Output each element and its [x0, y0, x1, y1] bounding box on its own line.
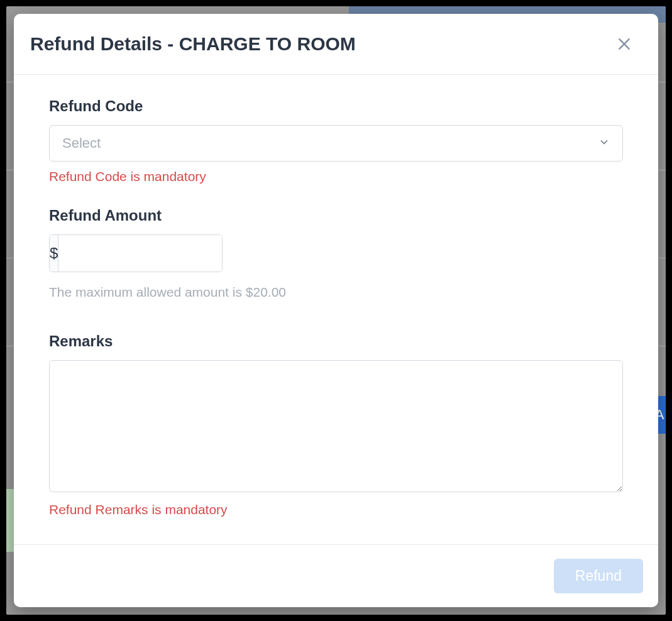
refund-amount-label: Refund Amount	[49, 207, 623, 224]
refund-code-label: Refund Code	[49, 97, 623, 115]
currency-symbol: $	[50, 235, 58, 272]
remarks-textarea[interactable]	[49, 360, 623, 492]
modal-header: Refund Details - CHARGE TO ROOM	[14, 14, 658, 75]
close-button[interactable]	[612, 31, 637, 57]
refund-details-modal: Refund Details - CHARGE TO ROOM Refund C…	[14, 14, 658, 607]
modal-title: Refund Details - CHARGE TO ROOM	[30, 33, 356, 55]
refund-button[interactable]: Refund	[554, 559, 643, 593]
remarks-label: Remarks	[49, 332, 623, 350]
refund-amount-input[interactable]	[58, 235, 223, 272]
remarks-group: Remarks Refund Remarks is mandatory	[49, 332, 623, 517]
remarks-error: Refund Remarks is mandatory	[49, 502, 623, 517]
refund-code-select-wrap: Select	[49, 125, 623, 162]
refund-code-group: Refund Code Select Refund Code is mandat…	[49, 97, 623, 184]
refund-amount-row: $	[49, 234, 223, 272]
close-icon	[616, 36, 632, 52]
refund-amount-group: Refund Amount $ The maximum allowed amou…	[49, 207, 623, 300]
modal-body: Refund Code Select Refund Code is mandat…	[14, 75, 658, 544]
refund-code-placeholder: Select	[62, 135, 101, 151]
modal-footer: Refund	[14, 544, 658, 607]
screenshot-frame: A Refund Details - CHARGE TO ROOM Refund…	[0, 0, 672, 621]
refund-code-select[interactable]: Select	[49, 125, 623, 162]
refund-amount-helper: The maximum allowed amount is $20.00	[49, 285, 623, 300]
refund-code-error: Refund Code is mandatory	[49, 169, 623, 184]
